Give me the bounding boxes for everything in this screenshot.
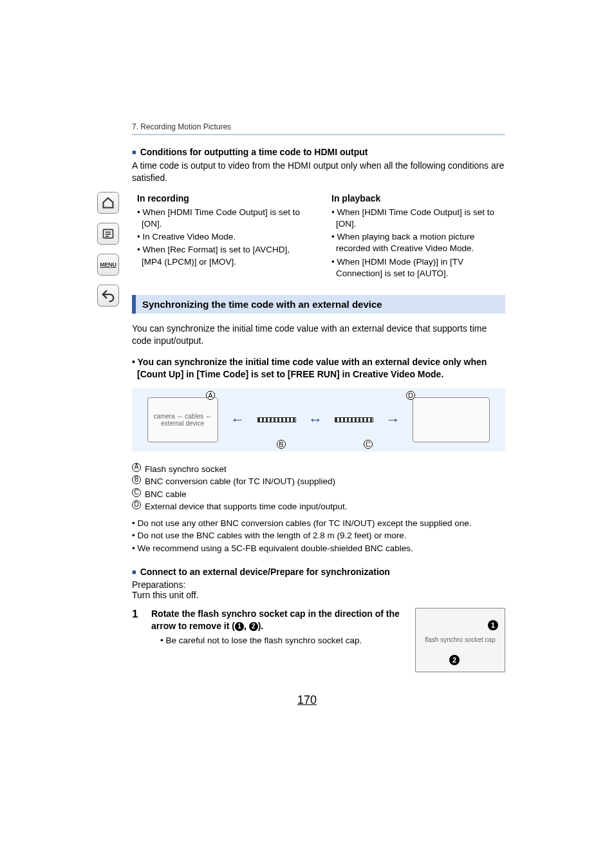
back-icon[interactable] [97, 285, 119, 307]
list-item: When [HDMI Time Code Output] is set to [… [137, 207, 311, 230]
list-item: When [Rec Format] is set to [AVCHD], [MP… [137, 244, 311, 267]
marker-1: 1 [488, 620, 498, 630]
callout-a: A [206, 391, 215, 400]
callout-b: B [277, 440, 286, 449]
list-item: In Creative Video Mode. [137, 231, 311, 243]
section-heading-sync: Synchronizing the time code with an exte… [132, 295, 505, 314]
legend-item: DExternal device that supports time code… [132, 500, 505, 513]
marker-2: 2 [449, 655, 460, 665]
col-head-playback: In playback [331, 193, 505, 203]
step-1: 1 Rotate the flash synchro socket cap in… [132, 608, 505, 672]
bnc-conv-cable [257, 417, 296, 422]
list-item: When [HDMI Mode (Play)] in [TV Connectio… [331, 256, 505, 279]
step-subnote: Be careful not to lose the flash synchro… [160, 635, 407, 647]
chapter-heading: 7. Recording Motion Pictures [132, 122, 505, 134]
diagram-legend: AFlash synchro socket BBNC conversion ca… [132, 463, 505, 513]
prep-text: Turn this unit off. [132, 590, 505, 600]
playback-list: When [HDMI Time Code Output] is set to [… [326, 207, 505, 279]
list-item: When [HDMI Time Code Output] is set to [… [331, 207, 505, 230]
recording-list: When [HDMI Time Code Output] is set to [… [132, 207, 311, 268]
arrow-icon: → [386, 411, 400, 428]
page-number[interactable]: 170 [0, 693, 614, 707]
double-arrow-icon: ↔ [308, 411, 322, 428]
list-item: When playing back a motion picture recor… [331, 231, 505, 254]
subheading-conditions: Conditions for outputting a time code to… [132, 147, 505, 157]
legend-item: CBNC cable [132, 488, 505, 501]
step-illustration: flash synchro socket cap 1 2 [415, 608, 505, 672]
subheading-connect: Connect to an external device/Prepare fo… [132, 567, 505, 577]
external-device-illustration [413, 397, 490, 442]
callout-c: C [364, 440, 373, 449]
sync-note-bold: You can synchronize the initial time cod… [132, 356, 505, 381]
list-item: We recommend using a 5C-FB equivalent do… [132, 542, 505, 555]
col-head-recording: In recording [137, 193, 311, 203]
bnc-cable [335, 417, 373, 422]
connection-diagram: camera ↔ cables ↔ external device ← ↔ → … [132, 388, 505, 451]
arrow-icon: ← [230, 411, 245, 428]
chapter-rule [132, 134, 505, 135]
camera-illustration: camera ↔ cables ↔ external device [147, 397, 218, 442]
step-number: 1 [132, 608, 144, 621]
list-item: Do not use the BNC cables with the lengt… [132, 529, 505, 542]
step-instruction: Rotate the flash synchro socket cap in t… [151, 609, 400, 632]
callout-d: D [406, 391, 415, 400]
cable-notes: Do not use any other BNC conversion cabl… [132, 517, 505, 555]
intro-paragraph: A time code is output to video from the … [132, 160, 505, 184]
legend-item: BBNC conversion cable (for TC IN/OUT) (s… [132, 475, 505, 488]
sync-intro: You can synchronize the initial time cod… [132, 323, 505, 347]
menu-button[interactable]: MENU [97, 254, 119, 276]
list-item: Do not use any other BNC conversion cabl… [132, 517, 505, 530]
legend-item: AFlash synchro socket [132, 463, 505, 476]
toc-icon[interactable] [97, 223, 119, 245]
home-icon[interactable] [97, 192, 119, 214]
two-column-conditions: In recording When [HDMI Time Code Output… [132, 193, 505, 281]
prep-label: Preparations: [132, 580, 505, 590]
